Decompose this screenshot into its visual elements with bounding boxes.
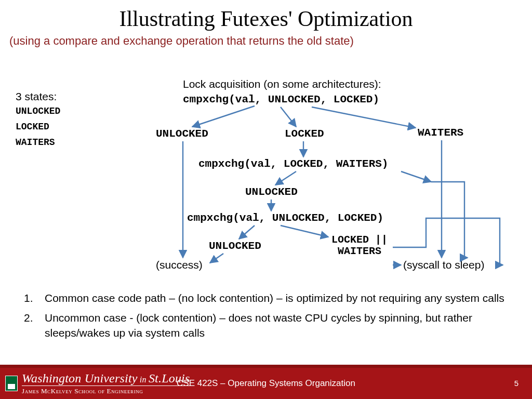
state-locked: LOCKED — [16, 122, 49, 132]
bullet-2: Uncommon case - (lock contention) – does… — [21, 311, 516, 340]
branch-locked-1: LOCKED — [285, 128, 324, 140]
svg-line-8 — [239, 225, 255, 239]
svg-line-6 — [275, 171, 296, 185]
code-line-1: cmpxchg(val, UNLOCKED, LOCKED) — [183, 94, 379, 105]
code-line-2: cmpxchg(val, LOCKED, WAITERS) — [198, 158, 388, 170]
syscall-label: (syscall to sleep) — [403, 259, 484, 271]
footer-bar: Washington University in St.Louis James … — [0, 365, 532, 399]
svg-line-10 — [210, 254, 223, 263]
svg-line-1 — [281, 107, 296, 127]
state-waiters: WAITERS — [16, 137, 55, 148]
bullet-list: Common case code path – (no lock content… — [21, 291, 516, 345]
branch-locked-waiters-b: WAITERS — [338, 245, 381, 257]
branch-unlocked-3: UNLOCKED — [209, 240, 261, 252]
state-unlocked: UNLOCKED — [16, 106, 60, 116]
branch-unlocked-2: UNLOCKED — [245, 186, 298, 198]
course-label: CSE 422S – Operating Systems Organizatio… — [0, 378, 532, 389]
states-heading: 3 states: — [16, 90, 57, 103]
success-label: (success) — [156, 259, 203, 271]
code-line-3: cmpxchg(val, UNLOCKED, LOCKED) — [187, 212, 383, 224]
page-number: 5 — [514, 379, 518, 388]
svg-line-0 — [192, 106, 255, 127]
bullet-1: Common case code path – (no lock content… — [21, 291, 516, 305]
branch-waiters-1: WAITERS — [418, 127, 463, 139]
svg-line-5 — [401, 171, 431, 182]
branch-locked-waiters-a: LOCKED || — [331, 234, 388, 246]
slide-subtitle: (using a compare and exchange operation … — [0, 31, 532, 48]
slide-title: Illustrating Futexes' Optimization — [0, 0, 532, 31]
acq-heading: Lock acquisition (on some architectures)… — [183, 78, 381, 90]
branch-unlocked-1: UNLOCKED — [156, 128, 208, 140]
svg-line-2 — [312, 107, 416, 128]
svg-line-9 — [281, 225, 328, 237]
